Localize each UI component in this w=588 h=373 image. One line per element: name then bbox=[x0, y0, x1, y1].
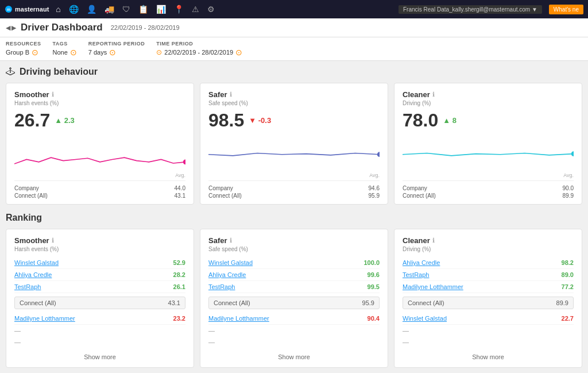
ranking-smoother-name-2[interactable]: TestRaph bbox=[14, 283, 41, 290]
ranking-smoother-subtitle: Harsh events (%) bbox=[14, 246, 185, 252]
driving-section-header: 🕹 Driving behaviour bbox=[6, 67, 582, 77]
smoother-benchmark-connect: Connect (All) 43.1 bbox=[14, 192, 185, 199]
ranking-cleaner-name-2[interactable]: Madilyne Lotthammer bbox=[403, 283, 463, 290]
home-icon[interactable]: ⌂ bbox=[56, 5, 60, 14]
logo-text: masternaut bbox=[15, 6, 49, 13]
ranking-cleaner-bottom-0: Winslet Galstad 22.7 bbox=[403, 313, 574, 325]
ranking-smoother-value-0: 52.9 bbox=[173, 259, 185, 266]
ranking-safer-show-more[interactable]: Show more bbox=[208, 348, 380, 363]
reporting-arrow-icon: ⊙ bbox=[109, 48, 116, 57]
time-arrow-icon: ⊙ bbox=[235, 48, 242, 57]
ranking-smoother-name-1[interactable]: Ahliya Credle bbox=[14, 271, 52, 278]
smoother-info-icon[interactable]: ℹ bbox=[52, 91, 54, 98]
time-value: ⊙ 22/02/2019 - 28/02/2019 ⊙ bbox=[156, 48, 242, 57]
ranking-smoother-bottom-0: Madilyne Lotthammer 23.2 bbox=[14, 313, 185, 325]
ranking-safer-info-icon[interactable]: ℹ bbox=[230, 237, 232, 244]
whats-new-button[interactable]: What's ne bbox=[549, 5, 583, 14]
tags-value: None ⊙ bbox=[53, 48, 77, 57]
resources-label: RESOURCES bbox=[6, 41, 41, 47]
smoother-subtitle: Harsh events (%) bbox=[14, 100, 185, 106]
ranking-safer-value-1: 99.6 bbox=[368, 271, 380, 278]
date-range: 22/02/2019 - 28/02/2019 bbox=[111, 24, 180, 31]
cleaner-avg-label: Avg. bbox=[403, 172, 574, 178]
safer-card: Safer ℹ Safe speed (%) 98.5 ▼ -0.3 Avg. … bbox=[200, 83, 388, 205]
nav-icons: ⌂ 🌐 👤 🚚 🛡 📋 📊 📍 ⚠ ⚙ bbox=[56, 5, 392, 14]
safer-info-icon[interactable]: ℹ bbox=[230, 91, 232, 98]
reporting-filter[interactable]: REPORTING PERIOD 7 days ⊙ bbox=[88, 41, 145, 57]
smoother-benchmarks: Company 44.0 Connect (All) 43.1 bbox=[14, 180, 185, 199]
truck-icon[interactable]: 🚚 bbox=[105, 5, 114, 14]
ranking-cleaner-card: Cleaner ℹ Driving (%) Ahliya Credle 98.2… bbox=[394, 229, 582, 368]
ranking-smoother-name-0[interactable]: Winslet Galstad bbox=[14, 259, 59, 266]
settings-icon[interactable]: ⚙ bbox=[207, 5, 215, 14]
ranking-smoother-show-more[interactable]: Show more bbox=[14, 348, 185, 363]
cleaner-card: Cleaner ℹ Driving (%) 78.0 ▲ 8 Avg. Comp… bbox=[394, 83, 582, 205]
ranking-cleaner-value-1: 89.0 bbox=[562, 271, 574, 278]
safer-value: 98.5 ▼ -0.3 bbox=[208, 110, 380, 131]
sub-header: ◀ ▶ Driver Dashboard 22/02/2019 - 28/02/… bbox=[0, 18, 588, 37]
alert-icon[interactable]: ⚠ bbox=[192, 5, 199, 14]
location-icon[interactable]: 📍 bbox=[174, 5, 184, 14]
cleaner-info-icon[interactable]: ℹ bbox=[432, 91, 435, 98]
ranking-cleaner-show-more[interactable]: Show more bbox=[403, 348, 574, 363]
ranking-cleaner-dash-2: — bbox=[403, 336, 574, 348]
ranking-safer-connect: Connect (All) 95.9 bbox=[208, 297, 380, 309]
ranking-safer-card: Safer ℹ Safe speed (%) Winslet Galstad 1… bbox=[200, 229, 388, 368]
safer-sparkline bbox=[208, 136, 380, 170]
ranking-safer-title: Safer bbox=[208, 236, 227, 245]
ranking-smoother-value-2: 26.1 bbox=[173, 283, 185, 290]
ranking-cleaner-info-icon[interactable]: ℹ bbox=[432, 237, 435, 244]
shield-icon[interactable]: 🛡 bbox=[122, 5, 130, 14]
clipboard-icon[interactable]: 📋 bbox=[138, 5, 148, 14]
ranking-smoother-dash-1: — bbox=[14, 325, 185, 336]
reporting-label: REPORTING PERIOD bbox=[88, 41, 145, 47]
ranking-smoother-header: Smoother ℹ bbox=[14, 236, 185, 245]
ranking-cards-row: Smoother ℹ Harsh events (%) Winslet Gals… bbox=[6, 229, 582, 368]
ranking-smoother-info-icon[interactable]: ℹ bbox=[52, 237, 54, 244]
ranking-safer-bottom-name-0[interactable]: Madilyne Lotthammer bbox=[208, 315, 269, 322]
svg-text:m: m bbox=[7, 7, 10, 11]
ranking-cleaner-item-2: Madilyne Lotthammer 77.2 bbox=[403, 281, 574, 293]
resources-value: Group B ⊙ bbox=[6, 48, 41, 57]
safer-benchmarks: Company 94.6 Connect (All) 95.9 bbox=[208, 180, 380, 199]
ranking-cleaner-connect: Connect (All) 89.9 bbox=[403, 297, 574, 309]
back-arrow-icon[interactable]: ◀ bbox=[6, 24, 10, 32]
ranking-cleaner-bottom-name-0[interactable]: Winslet Galstad bbox=[403, 315, 447, 322]
ranking-safer-name-2[interactable]: TestRaph bbox=[208, 283, 235, 290]
ranking-safer-bottom-0: Madilyne Lotthammer 90.4 bbox=[208, 313, 380, 325]
chart-icon[interactable]: 📊 bbox=[156, 5, 166, 14]
ranking-cleaner-subtitle: Driving (%) bbox=[403, 246, 574, 252]
ranking-smoother-bottom-name-0[interactable]: Madilyne Lotthammer bbox=[14, 315, 75, 322]
tags-filter[interactable]: TAGS None ⊙ bbox=[53, 41, 77, 57]
ranking-smoother-item-0: Winslet Galstad 52.9 bbox=[14, 257, 185, 269]
ranking-smoother-item-2: TestRaph 26.1 bbox=[14, 281, 185, 293]
smoother-avg-label: Avg. bbox=[14, 172, 185, 178]
ranking-smoother-bottom-value-0: 23.2 bbox=[173, 315, 185, 322]
safer-subtitle: Safe speed (%) bbox=[208, 100, 380, 106]
ranking-safer-name-1[interactable]: Ahliya Credle bbox=[208, 271, 246, 278]
ranking-smoother-item-1: Ahliya Credle 28.2 bbox=[14, 269, 185, 281]
ranking-cleaner-name-0[interactable]: Ahliya Credle bbox=[403, 259, 440, 266]
smoother-sparkline bbox=[14, 136, 185, 170]
resources-arrow-icon: ⊙ bbox=[32, 48, 38, 57]
driving-cards-row: Smoother ℹ Harsh events (%) 26.7 ▲ 2.3 A… bbox=[6, 83, 582, 205]
resources-filter[interactable]: RESOURCES Group B ⊙ bbox=[6, 41, 41, 57]
globe-icon[interactable]: 🌐 bbox=[69, 5, 79, 14]
safer-title: Safer bbox=[208, 90, 227, 99]
ranking-cleaner-title: Cleaner bbox=[403, 236, 430, 245]
safer-delta: ▼ -0.3 bbox=[249, 116, 271, 125]
person-icon[interactable]: 👤 bbox=[87, 5, 96, 14]
smoother-benchmark-company: Company 44.0 bbox=[14, 184, 185, 192]
smoother-value: 26.7 ▲ 2.3 bbox=[14, 110, 185, 131]
ranking-safer-name-0[interactable]: Winslet Galstad bbox=[208, 259, 253, 266]
cleaner-benchmarks: Company 90.0 Connect (All) 89.9 bbox=[403, 180, 574, 199]
time-filter[interactable]: TIME PERIOD ⊙ 22/02/2019 - 28/02/2019 ⊙ bbox=[156, 41, 242, 57]
forward-arrow-icon[interactable]: ▶ bbox=[11, 24, 16, 32]
nav-arrows: ◀ ▶ bbox=[6, 24, 16, 32]
ranking-cleaner-name-1[interactable]: TestRaph bbox=[403, 271, 429, 278]
driving-section-title: Driving behaviour bbox=[20, 67, 98, 77]
cleaner-subtitle: Driving (%) bbox=[403, 100, 574, 106]
smoother-card-header: Smoother ℹ bbox=[14, 90, 185, 99]
user-menu[interactable]: Francis Real Data_kally.shergill@mastern… bbox=[399, 5, 542, 14]
page-title: Driver Dashboard bbox=[21, 22, 103, 33]
